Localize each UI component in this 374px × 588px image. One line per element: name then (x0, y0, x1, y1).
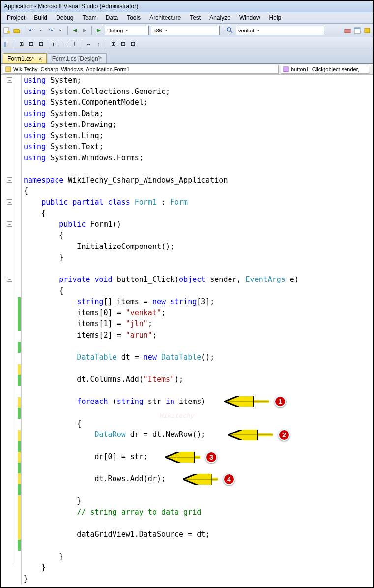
add-item-icon[interactable] (3, 27, 11, 34)
start-debug-icon[interactable]: ▶ (95, 27, 103, 34)
solution-icon[interactable] (363, 27, 371, 34)
toolbar-separator (24, 26, 24, 35)
menu-build[interactable]: Build (30, 13, 51, 22)
svg-rect-9 (6, 43, 9, 46)
tab-label: Form1.cs* (7, 55, 34, 62)
platform-dropdown[interactable]: x86▾ (151, 26, 220, 35)
fold-icon[interactable]: − (7, 77, 12, 83)
toolbar-separator (106, 40, 106, 49)
menu-debug[interactable]: Debug (52, 13, 77, 22)
svg-rect-4 (345, 29, 350, 33)
svg-rect-8 (4, 42, 6, 47)
document-tabs: Form1.cs* ✕ Form1.cs [Design]* (1, 51, 373, 64)
align-tool-icon[interactable]: ⊡ (129, 40, 137, 48)
modification-marker (18, 473, 21, 484)
svg-rect-10 (6, 67, 11, 72)
toolbox-icon[interactable] (344, 27, 351, 34)
menu-data[interactable]: Data (102, 13, 122, 22)
toolbar-separator (82, 40, 82, 49)
callout-badge: 2 (278, 429, 290, 441)
toolbar-separator (91, 26, 92, 35)
menu-help[interactable]: Help (265, 13, 286, 22)
menu-architecture[interactable]: Architecture (145, 13, 185, 22)
align-tool-icon[interactable]: ⫍ (51, 40, 59, 48)
window-titlebar: Application - Microsoft Visual Studio (A… (1, 1, 373, 12)
nav-bar: WikiTechy_Csharp_Windows_Application.For… (1, 64, 373, 75)
main-toolbar: ↶ ▾ ↷ ▾ ◀ ▶ ▶ Debug▾ x86▾ venkat▾ (1, 24, 373, 37)
member-navigator[interactable]: button1_Click(object sender, (281, 65, 369, 74)
properties-icon[interactable] (353, 27, 361, 34)
modification-marker (18, 484, 21, 495)
toolbar-separator (48, 40, 48, 49)
config-dropdown[interactable]: Debug▾ (105, 26, 149, 35)
align-tool-icon[interactable]: ↕ (95, 40, 103, 48)
modification-marker (18, 408, 21, 419)
callout-1: 1 (222, 396, 286, 407)
modification-marker (18, 441, 21, 452)
find-icon[interactable] (226, 27, 234, 34)
svg-rect-7 (365, 28, 370, 33)
callout-4: 4 (181, 473, 235, 485)
watermark: Wikitechy (159, 410, 194, 422)
code-content[interactable]: using System; using System.Collections.G… (22, 75, 373, 585)
callout-badge: 3 (205, 451, 217, 463)
modification-marker (18, 364, 21, 375)
align-tool-icon[interactable]: ⊟ (119, 40, 127, 48)
menu-tools[interactable]: Tools (123, 13, 144, 22)
type-navigator[interactable]: WikiTechy_Csharp_Windows_Application.For… (3, 65, 279, 74)
align-left-icon[interactable] (3, 40, 11, 48)
find-dropdown[interactable]: venkat▾ (236, 26, 324, 35)
callout-badge: 1 (274, 396, 286, 407)
undo-icon[interactable]: ↶ (27, 27, 35, 34)
redo-icon[interactable]: ↷ (47, 27, 55, 34)
nav-back-icon[interactable]: ◀ (71, 27, 79, 34)
toolbar-separator (67, 26, 68, 35)
method-icon (283, 66, 289, 72)
svg-rect-6 (354, 28, 360, 29)
align-tool-icon[interactable]: ⫎ (61, 40, 69, 48)
menu-team[interactable]: Team (78, 13, 100, 22)
svg-point-2 (227, 28, 231, 31)
modification-marker (18, 375, 21, 386)
align-tool-icon[interactable]: ⊡ (37, 40, 45, 48)
align-tool-icon[interactable]: ⊞ (17, 40, 25, 48)
menu-window[interactable]: Window (235, 13, 264, 22)
svg-line-3 (230, 31, 232, 33)
menu-test[interactable]: Test (186, 13, 204, 22)
svg-rect-11 (284, 67, 288, 72)
menu-project[interactable]: Project (3, 13, 29, 22)
menu-analyze[interactable]: Analyze (205, 13, 234, 22)
nav-text: WikiTechy_Csharp_Windows_Application.For… (13, 66, 130, 72)
redo-dropdown-icon[interactable]: ▾ (57, 27, 64, 34)
callout-3: 3 (163, 451, 217, 463)
tab-form1-design[interactable]: Form1.cs [Design]* (48, 53, 107, 63)
undo-dropdown-icon[interactable]: ▾ (37, 27, 45, 34)
align-tool-icon[interactable]: ⊤ (71, 40, 79, 48)
close-icon[interactable]: ✕ (38, 56, 42, 62)
code-editor[interactable]: − − − − − using System; using System.Col… (1, 75, 373, 585)
callout-badge: 4 (223, 473, 235, 485)
toolbar-separator (223, 26, 223, 35)
tab-form1-cs[interactable]: Form1.cs* ✕ (3, 53, 47, 63)
toolbar-separator (14, 40, 14, 49)
modification-marker (18, 540, 21, 551)
open-icon[interactable] (13, 27, 21, 34)
modification-marker (18, 430, 21, 441)
modification-marker (18, 342, 21, 353)
editor-gutter: − − − − − (1, 75, 22, 585)
nav-text: button1_Click(object sender, (291, 66, 359, 72)
align-tool-icon[interactable]: ⊞ (109, 40, 117, 48)
modification-marker (18, 452, 21, 463)
main-menubar: Project Build Debug Team Data Tools Arch… (1, 12, 373, 24)
modification-marker (18, 495, 21, 540)
layout-toolbar: ⊞ ⊟ ⊡ ⫍ ⫎ ⊤ ↔ ↕ ⊞ ⊟ ⊡ (1, 37, 373, 51)
class-icon (5, 66, 11, 72)
tab-label: Form1.cs [Design]* (52, 55, 102, 62)
align-tool-icon[interactable]: ↔ (85, 40, 93, 48)
svg-rect-1 (7, 31, 10, 33)
nav-forward-icon[interactable]: ▶ (81, 27, 88, 34)
modification-marker (18, 397, 21, 408)
callout-2: 2 (226, 429, 290, 441)
align-tool-icon[interactable]: ⊟ (27, 40, 35, 48)
modification-marker (18, 297, 21, 331)
